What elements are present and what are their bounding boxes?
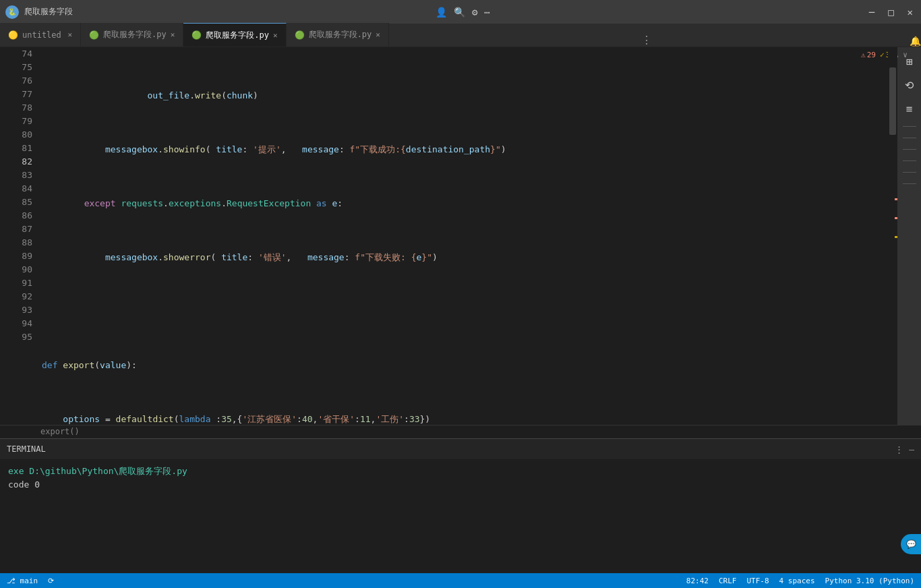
- line-94: 94: [0, 317, 39, 330]
- tab-3-close[interactable]: ✕: [273, 31, 278, 40]
- close-button[interactable]: ✕: [905, 5, 916, 19]
- feedback-icon: 💬: [906, 539, 916, 549]
- indent-mode[interactable]: 4 spaces: [779, 577, 815, 585]
- titlebar-title: 爬取服务字段: [24, 6, 73, 18]
- minimize-button[interactable]: ─: [866, 5, 877, 19]
- code-line-78: [39, 305, 888, 318]
- panel-header: TERMINAL ⋮ —: [0, 439, 921, 459]
- sidebar-divider-6: [903, 183, 916, 184]
- error-marker-2: [895, 217, 897, 219]
- vertical-scrollbar[interactable]: [888, 47, 897, 425]
- titlebar-left: 🐍 爬取服务字段: [5, 5, 73, 19]
- cursor-position[interactable]: 82:42: [686, 577, 709, 585]
- git-branch[interactable]: ⎇ main: [7, 577, 38, 585]
- notification-bell[interactable]: 🔔: [910, 36, 921, 47]
- tab-bar: 🟡 untitled ✕ 🟢 爬取服务字段.py ✕ 🟢 爬取服务字段.py ✕…: [0, 24, 921, 47]
- line-88: 88: [0, 236, 39, 249]
- sidebar-history-icon[interactable]: ⟲: [902, 76, 916, 94]
- code-line-77: messagebox.showerror( title: '错误', messa…: [39, 251, 888, 264]
- more-icon[interactable]: ⋯: [484, 7, 489, 18]
- terminal-tab[interactable]: TERMINAL: [7, 444, 46, 454]
- tab-1-label: untitled: [22, 30, 61, 40]
- line-84: 84: [0, 182, 39, 196]
- warning-marker: [895, 236, 897, 238]
- line-76: 76: [0, 74, 39, 88]
- maximize-button[interactable]: □: [885, 5, 896, 19]
- code-line-76: except requests.exceptions.RequestExcept…: [39, 197, 888, 210]
- tab-2[interactable]: 🟢 爬取服务字段.py ✕: [81, 23, 183, 47]
- sidebar-divider: [903, 126, 916, 127]
- line-77: 77: [0, 88, 39, 101]
- tab-1[interactable]: 🟡 untitled ✕: [0, 23, 81, 47]
- terminal-line-2: code 0: [8, 478, 913, 492]
- breadcrumb-footer: export(): [0, 425, 921, 438]
- app-logo: 🐍: [5, 5, 19, 19]
- line-number-gutter: 74 75 76 77 78 79 80 81 82 83 84 85 86 8…: [0, 47, 39, 425]
- line-92: 92: [0, 290, 39, 303]
- user-icon[interactable]: 👤: [436, 7, 447, 18]
- code-line-74: out_file.write(chunk): [39, 89, 888, 102]
- function-hint: export(): [40, 427, 80, 436]
- line-80: 80: [0, 128, 39, 142]
- terminal-command: exe D:\github\Python\爬取服务字段.py: [8, 466, 187, 476]
- tab-3-icon: 🟢: [191, 30, 202, 40]
- editor-container: ⚠ 29 ✓ 3 ∧ ∨ 74 75 76 77 78 79 80 81 82 …: [0, 47, 921, 573]
- feedback-button[interactable]: 💬: [901, 534, 921, 554]
- error-count: ⚠ 29: [861, 51, 876, 59]
- line-75: 75: [0, 61, 39, 74]
- line-85: 85: [0, 196, 39, 209]
- tab-4-label: 爬取服务字段.py: [309, 29, 372, 40]
- sidebar-divider-4: [903, 160, 916, 161]
- sync-status[interactable]: ⟳: [48, 577, 54, 585]
- error-indicators: ⚠ 29 ✓ 3 ∧ ∨: [861, 51, 908, 59]
- window-controls: ─ □ ✕: [866, 5, 916, 19]
- statusbar-left: ⎇ main ⟳: [7, 577, 54, 585]
- titlebar: 🐍 爬取服务字段 👤 🔍 ⚙ ⋯ ─ □ ✕: [0, 0, 921, 24]
- tab-4[interactable]: 🟢 爬取服务字段.py ✕: [287, 23, 389, 47]
- tab-more-button[interactable]: ⋮: [641, 34, 652, 47]
- main-area: ⚠ 29 ✓ 3 ∧ ∨ 74 75 76 77 78 79 80 81 82 …: [0, 47, 921, 573]
- line-90: 90: [0, 263, 39, 276]
- code-line-75: messagebox.showinfo( title: '提示', messag…: [39, 143, 888, 156]
- panel-tabs: TERMINAL: [7, 444, 46, 454]
- sidebar-format-icon[interactable]: ≡: [903, 100, 916, 118]
- terminal-result: code 0: [8, 479, 40, 490]
- line-87: 87: [0, 223, 39, 236]
- right-sidebar: ⊞ ⟲ ≡: [897, 47, 921, 425]
- line-79: 79: [0, 115, 39, 128]
- line-86: 86: [0, 209, 39, 223]
- status-bar: ⎇ main ⟳ 82:42 CRLF UTF-8 4 spaces Pytho…: [0, 573, 921, 588]
- line-91: 91: [0, 276, 39, 290]
- statusbar-right: 82:42 CRLF UTF-8 4 spaces Python 3.10 (P…: [686, 577, 914, 585]
- code-area[interactable]: ⚠ 29 ✓ 3 ∧ ∨ 74 75 76 77 78 79 80 81 82 …: [0, 47, 921, 425]
- panel-controls: ⋮ —: [895, 444, 914, 454]
- line-95: 95: [0, 330, 39, 344]
- line-89: 89: [0, 249, 39, 263]
- settings-icon[interactable]: ⚙: [472, 7, 477, 18]
- titlebar-icons: 👤 🔍 ⚙ ⋯: [436, 7, 490, 18]
- panel-more-button[interactable]: ⋮: [895, 444, 903, 454]
- line-81: 81: [0, 142, 39, 155]
- line-83: 83: [0, 169, 39, 182]
- charset[interactable]: UTF-8: [746, 577, 769, 585]
- scrollbar-thumb[interactable]: [889, 67, 896, 135]
- panel-close-button[interactable]: —: [909, 444, 914, 454]
- tab-2-icon: 🟢: [89, 30, 99, 40]
- line-78: 78: [0, 101, 39, 115]
- code-editor[interactable]: out_file.write(chunk) messagebox.showinf…: [39, 47, 888, 425]
- tab-2-close[interactable]: ✕: [171, 30, 175, 39]
- error-marker: [895, 198, 897, 200]
- language-mode[interactable]: Python 3.10 (Python): [825, 577, 914, 585]
- terminal-line-1: exe D:\github\Python\爬取服务字段.py: [8, 465, 913, 478]
- line-74: 74: [0, 47, 39, 61]
- tab-3[interactable]: 🟢 爬取服务字段.py ✕: [183, 23, 286, 47]
- search-icon[interactable]: 🔍: [454, 7, 465, 18]
- code-line-79: def export(value):: [39, 359, 888, 372]
- tab-4-close[interactable]: ✕: [376, 30, 380, 39]
- tab-1-close[interactable]: ✕: [67, 30, 72, 39]
- bottom-panel: TERMINAL ⋮ — exe D:\github\Python\爬取服务字段…: [0, 438, 921, 573]
- line-93: 93: [0, 303, 39, 317]
- line-82: 82: [0, 155, 39, 169]
- terminal-content: exe D:\github\Python\爬取服务字段.py code 0: [0, 459, 921, 573]
- line-ending[interactable]: CRLF: [719, 577, 737, 585]
